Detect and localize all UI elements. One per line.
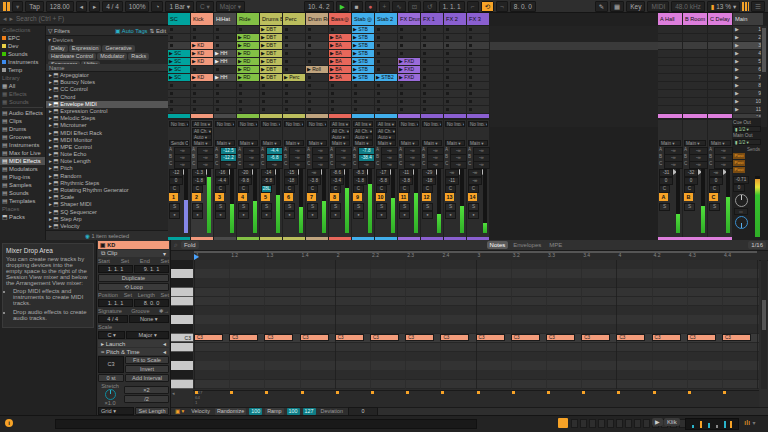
input-channel-menu[interactable]: All Ch. ▾ <box>192 128 212 134</box>
input-type-menu[interactable]: No Inp. ▾ <box>261 121 281 127</box>
track-header-fx-2[interactable]: FX 2 <box>444 13 466 25</box>
empty-clip-slot[interactable] <box>329 82 351 89</box>
empty-clip-slot[interactable] <box>398 26 420 33</box>
signature-field[interactable]: 4 / 4 <box>98 315 128 323</box>
key-map-button[interactable]: Key <box>626 1 645 12</box>
arm-button[interactable]: ● <box>192 211 203 219</box>
empty-clip-slot[interactable] <box>444 66 466 73</box>
device-item-chord[interactable]: ▸ ⬒ Chord <box>46 94 168 101</box>
return-slot[interactable] <box>658 50 682 57</box>
end-set-button[interactable]: Set <box>161 258 169 264</box>
clip-slot[interactable]: ▶ DBT <box>260 26 282 33</box>
track-activator[interactable]: 1 <box>169 193 178 201</box>
midi-note[interactable]: C3 <box>194 334 223 341</box>
empty-clip-slot[interactable] <box>467 82 489 89</box>
track-activator[interactable]: 2 <box>192 193 201 201</box>
peak-level-field[interactable]: -3.4 <box>330 177 344 185</box>
track-header-drums-bt[interactable]: Drums BT <box>260 13 282 25</box>
track-header-fx-3[interactable]: FX 3 <box>467 13 489 25</box>
arm-button[interactable]: ● <box>445 211 456 219</box>
track-activator[interactable]: 9 <box>353 193 362 201</box>
clip-slot[interactable]: ▶ KD <box>191 50 213 57</box>
track-header-kick[interactable]: Kick <box>191 13 213 25</box>
return-slot[interactable] <box>683 66 707 73</box>
return-slot[interactable] <box>708 34 732 41</box>
record-button[interactable]: ● <box>365 1 377 12</box>
volume-field[interactable]: -29 <box>422 169 436 177</box>
sidebar-item-samples[interactable]: ▤ Samples <box>0 181 45 189</box>
track-header-ride[interactable]: Ride <box>237 13 259 25</box>
pan-field[interactable]: 28L <box>261 185 272 193</box>
volume-field[interactable]: -8.6 <box>330 169 344 177</box>
input-channel-menu[interactable]: All Ch. ▾ <box>330 128 350 134</box>
empty-clip-slot[interactable] <box>421 82 443 89</box>
midi-note[interactable]: C3 <box>264 334 293 341</box>
volume-field[interactable]: -∞ <box>445 169 459 177</box>
clip-slot[interactable]: ▶ Perc <box>283 74 305 81</box>
pan-field[interactable]: C <box>445 185 456 193</box>
preview-volume-knob[interactable] <box>735 194 748 207</box>
velocity-marker[interactable] <box>406 391 409 394</box>
devices-group-label[interactable]: ▾ Devices <box>48 37 73 43</box>
output-menu[interactable]: Main ▾ <box>238 140 258 146</box>
clip-slot[interactable]: ▶ HH <box>214 58 236 65</box>
empty-clip-slot[interactable] <box>398 82 420 89</box>
pan-field[interactable]: C <box>468 185 479 193</box>
clip-slot[interactable]: ▶ KD <box>191 42 213 49</box>
track-header-b-room[interactable]: B Room <box>683 13 707 25</box>
empty-clip-slot[interactable] <box>237 106 259 113</box>
device-item-note-echo[interactable]: ▸ ⬒ Note Echo <box>46 151 168 158</box>
nudge-up-button[interactable]: ▸ <box>89 1 100 12</box>
clip-slot[interactable]: ▶ RD <box>237 50 259 57</box>
empty-clip-slot[interactable] <box>467 50 489 57</box>
search-input[interactable]: Search (Ctrl + F) <box>16 15 64 22</box>
clip-slot[interactable]: ▶ DBT <box>260 42 282 49</box>
pitch-time-section-header[interactable]: ≈ Pitch & Time◂ <box>98 348 169 355</box>
clip-slot[interactable]: ▶ FXD <box>398 58 420 65</box>
clip-slot[interactable]: ▶ BA <box>329 42 351 49</box>
tap-tempo-button[interactable]: Tap <box>25 1 43 12</box>
empty-clip-slot[interactable] <box>237 98 259 105</box>
zoom-icon[interactable]: ⌕ <box>174 241 178 249</box>
device-item-note-length[interactable]: ▸ ⬒ Note Length <box>46 158 168 165</box>
empty-clip-slot[interactable] <box>237 90 259 97</box>
return-slot[interactable] <box>683 74 707 81</box>
reenable-automation-button[interactable]: ↺ <box>423 1 436 12</box>
solo-button[interactable]: S <box>261 203 272 211</box>
clip-position-field[interactable]: 1. 1. 1 <box>98 299 133 307</box>
empty-clip-slot[interactable] <box>191 66 213 73</box>
empty-clip-slot[interactable] <box>168 90 190 97</box>
output-menu[interactable]: Main ▾ <box>307 140 327 146</box>
clip-slot[interactable]: ▶ STB <box>352 66 374 73</box>
empty-clip-slot[interactable] <box>214 82 236 89</box>
volume-field[interactable]: -31 <box>659 169 673 177</box>
empty-clip-slot[interactable] <box>375 82 397 89</box>
status-device-label[interactable]: Klik <box>664 418 680 426</box>
scrollbar-handle[interactable] <box>762 300 766 330</box>
scene-play-icon[interactable]: ▶ <box>735 50 739 57</box>
return-slot[interactable] <box>683 90 707 97</box>
return-slot[interactable] <box>708 74 732 81</box>
clip-slot[interactable]: ▶ DBT <box>260 34 282 41</box>
fit-to-scale-button[interactable]: Fit to Scale <box>125 356 169 364</box>
empty-clip-slot[interactable] <box>306 50 328 57</box>
main-pan-field[interactable]: 0 <box>733 184 745 192</box>
empty-clip-slot[interactable] <box>444 90 466 97</box>
send-amount[interactable]: -∞ <box>358 161 375 169</box>
empty-clip-slot[interactable] <box>191 106 213 113</box>
output-menu[interactable]: Main ▾ <box>468 140 488 146</box>
track-header-perc[interactable]: Perc <box>283 13 305 25</box>
sidebar-item-templates[interactable]: ▤ Templates <box>0 197 45 205</box>
midi-note[interactable]: C3 <box>581 334 610 341</box>
punch-in-button[interactable]: ⌐ <box>467 1 479 12</box>
velocity-marker[interactable] <box>653 391 656 394</box>
output-menu[interactable]: Main ▾ <box>330 140 350 146</box>
clip-slot[interactable]: ▶ DBT <box>260 66 282 73</box>
volume-field[interactable]: -∞ <box>307 169 321 177</box>
midi-note[interactable]: C3 <box>511 334 540 341</box>
tab-mpe[interactable]: MPE <box>546 241 565 249</box>
sidebar-item-clips[interactable]: ▤ Clips <box>0 117 45 125</box>
empty-clip-slot[interactable] <box>283 42 305 49</box>
empty-clip-slot[interactable] <box>283 106 305 113</box>
filter-chip-hardware-control[interactable]: Hardware Control <box>48 53 96 60</box>
